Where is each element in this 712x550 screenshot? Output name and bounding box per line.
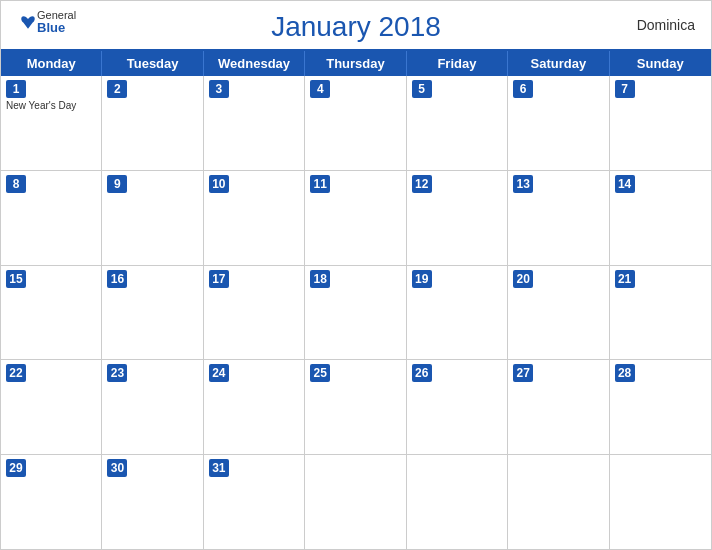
day-cell-w5-d1: 29 <box>1 455 102 549</box>
day-cell-w4-d4: 25 <box>305 360 406 454</box>
logo-area: General Blue <box>17 9 76 35</box>
day-cell-w3-d4: 18 <box>305 266 406 360</box>
day-cell-w3-d2: 16 <box>102 266 203 360</box>
day-number: 30 <box>107 459 127 477</box>
day-cell-w1-d2: 2 <box>102 76 203 170</box>
day-cell-w4-d5: 26 <box>407 360 508 454</box>
day-headers: Monday Tuesday Wednesday Thursday Friday… <box>1 51 711 76</box>
header-monday: Monday <box>1 51 102 76</box>
day-number: 4 <box>310 80 330 98</box>
day-cell-w4-d3: 24 <box>204 360 305 454</box>
calendar: General Blue January 2018 Dominica Monda… <box>0 0 712 550</box>
day-cell-w3-d3: 17 <box>204 266 305 360</box>
day-cell-w2-d2: 9 <box>102 171 203 265</box>
day-cell-w1-d4: 4 <box>305 76 406 170</box>
day-cell-w3-d1: 15 <box>1 266 102 360</box>
day-cell-w1-d1: 1New Year's Day <box>1 76 102 170</box>
day-cell-w5-d5 <box>407 455 508 549</box>
day-number: 20 <box>513 270 533 288</box>
day-number: 16 <box>107 270 127 288</box>
day-number: 26 <box>412 364 432 382</box>
month-title: January 2018 <box>271 11 441 43</box>
day-number: 13 <box>513 175 533 193</box>
day-number: 23 <box>107 364 127 382</box>
logo-blue-text: Blue <box>37 21 76 35</box>
day-number: 11 <box>310 175 330 193</box>
day-cell-w2-d4: 11 <box>305 171 406 265</box>
day-cell-w2-d5: 12 <box>407 171 508 265</box>
day-number: 29 <box>6 459 26 477</box>
week-row-4: 22232425262728 <box>1 360 711 455</box>
day-number: 27 <box>513 364 533 382</box>
day-cell-w3-d6: 20 <box>508 266 609 360</box>
day-cell-w3-d5: 19 <box>407 266 508 360</box>
country-label: Dominica <box>637 17 695 33</box>
header-saturday: Saturday <box>508 51 609 76</box>
day-number: 12 <box>412 175 432 193</box>
week-row-2: 891011121314 <box>1 171 711 266</box>
day-number: 19 <box>412 270 432 288</box>
day-number: 10 <box>209 175 229 193</box>
day-number: 25 <box>310 364 330 382</box>
day-event: New Year's Day <box>6 100 96 111</box>
logo-bird-icon <box>19 15 37 29</box>
day-cell-w2-d7: 14 <box>610 171 711 265</box>
day-cell-w2-d1: 8 <box>1 171 102 265</box>
day-cell-w4-d7: 28 <box>610 360 711 454</box>
header-sunday: Sunday <box>610 51 711 76</box>
day-number: 1 <box>6 80 26 98</box>
day-cell-w2-d3: 10 <box>204 171 305 265</box>
day-cell-w4-d2: 23 <box>102 360 203 454</box>
day-number: 2 <box>107 80 127 98</box>
week-row-5: 293031 <box>1 455 711 549</box>
calendar-header: General Blue January 2018 Dominica <box>1 1 711 49</box>
day-number: 6 <box>513 80 533 98</box>
calendar-grid: Monday Tuesday Wednesday Thursday Friday… <box>1 49 711 549</box>
header-friday: Friday <box>407 51 508 76</box>
day-number: 8 <box>6 175 26 193</box>
day-number: 22 <box>6 364 26 382</box>
day-cell-w5-d6 <box>508 455 609 549</box>
day-cell-w4-d1: 22 <box>1 360 102 454</box>
day-number: 21 <box>615 270 635 288</box>
day-cell-w5-d7 <box>610 455 711 549</box>
day-cell-w5-d3: 31 <box>204 455 305 549</box>
day-cell-w4-d6: 27 <box>508 360 609 454</box>
day-number: 9 <box>107 175 127 193</box>
day-number: 18 <box>310 270 330 288</box>
day-cell-w5-d2: 30 <box>102 455 203 549</box>
day-number: 15 <box>6 270 26 288</box>
day-cell-w5-d4 <box>305 455 406 549</box>
day-cell-w1-d5: 5 <box>407 76 508 170</box>
day-cell-w1-d7: 7 <box>610 76 711 170</box>
header-thursday: Thursday <box>305 51 406 76</box>
week-row-1: 1New Year's Day234567 <box>1 76 711 171</box>
day-number: 28 <box>615 364 635 382</box>
day-cell-w1-d3: 3 <box>204 76 305 170</box>
day-cell-w3-d7: 21 <box>610 266 711 360</box>
day-cell-w2-d6: 13 <box>508 171 609 265</box>
day-number: 3 <box>209 80 229 98</box>
day-number: 14 <box>615 175 635 193</box>
day-number: 7 <box>615 80 635 98</box>
day-number: 24 <box>209 364 229 382</box>
header-wednesday: Wednesday <box>204 51 305 76</box>
day-cell-w1-d6: 6 <box>508 76 609 170</box>
day-number: 5 <box>412 80 432 98</box>
header-tuesday: Tuesday <box>102 51 203 76</box>
week-row-3: 15161718192021 <box>1 266 711 361</box>
day-number: 17 <box>209 270 229 288</box>
day-number: 31 <box>209 459 229 477</box>
weeks-container: 1New Year's Day2345678910111213141516171… <box>1 76 711 549</box>
